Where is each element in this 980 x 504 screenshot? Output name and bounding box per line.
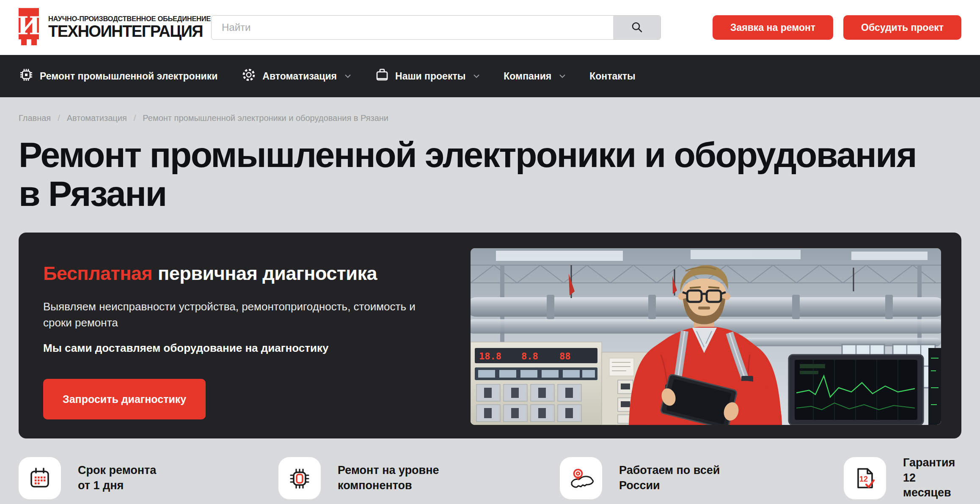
chevron-down-icon	[473, 74, 480, 78]
feature-text: Ремонт на уровнекомпонентов	[338, 463, 439, 493]
main-nav: Ремонт промышленной электроники Автомати…	[0, 55, 980, 97]
warranty-12-icon: 12	[844, 457, 886, 499]
portfolio-icon	[375, 68, 389, 85]
header: И НАУЧНО-ПРОИЗВОДСТВЕННОЕ ОБЬЕДИНЕНИЕ ТЕ…	[0, 0, 980, 55]
feature-component-level: Ремонт на уровнекомпонентов	[278, 455, 560, 501]
feature-all-russia: Работаем по всейРоссии	[560, 455, 844, 501]
hero-image: 18.88.888	[471, 248, 941, 425]
page-title-line-1: Ремонт промышленной электроники и оборуд…	[19, 136, 961, 175]
hero-title-rest: первичная диагностика	[158, 263, 377, 284]
feature-repair-term: Срок ремонтаот 1 дня	[19, 455, 278, 501]
chip-icon	[278, 457, 321, 499]
svg-text:8.8: 8.8	[521, 351, 538, 362]
chevron-down-icon	[559, 74, 566, 78]
nav-item-label: Контакты	[589, 71, 635, 82]
feature-text: Гарантия12 месяцев	[903, 455, 961, 501]
svg-text:12: 12	[859, 475, 868, 483]
repair-request-button[interactable]: Заявка на ремонт	[713, 15, 833, 40]
logo-subtitle: НАУЧНО-ПРОИЗВОДСТВЕННОЕ ОБЬЕДИНЕНИЕ	[48, 15, 211, 23]
nav-item-company[interactable]: Компания	[504, 71, 566, 82]
logo-title: ТЕХНОИНТЕГРАЦИЯ	[48, 23, 211, 40]
nav-item-label: Ремонт промышленной электроники	[40, 71, 217, 82]
russia-map-pin-icon	[560, 457, 602, 499]
breadcrumb: Главная / Автоматизация / Ремонт промышл…	[0, 97, 980, 123]
nav-item-label: Компания	[504, 71, 551, 82]
svg-text:88: 88	[559, 351, 571, 362]
breadcrumb-separator: /	[134, 113, 136, 123]
request-diagnostics-button[interactable]: Запросить диагностику	[43, 379, 206, 419]
nav-item-label: Автоматизация	[262, 71, 337, 82]
gear-icon	[241, 67, 256, 85]
breadcrumb-separator: /	[58, 113, 60, 123]
search-button[interactable]	[613, 16, 661, 39]
nav-item-projects[interactable]: Наши проекты	[375, 68, 480, 85]
discuss-project-button[interactable]: Обсудить проект	[843, 15, 961, 40]
feature-warranty: 12 Гарантия12 месяцев	[844, 455, 961, 501]
search-bar	[211, 15, 661, 40]
chevron-down-icon	[344, 74, 351, 78]
breadcrumb-current: Ремонт промышленной электроники и оборуд…	[143, 113, 388, 123]
hero-title-accent: Бесплатная	[43, 263, 152, 284]
nav-item-automation[interactable]: Автоматизация	[241, 67, 351, 85]
svg-text:И: И	[19, 11, 40, 40]
page-title: Ремонт промышленной электроники и оборуд…	[19, 136, 961, 213]
nav-item-label: Наши проекты	[395, 71, 465, 82]
features-row: Срок ремонтаот 1 дня Ремонт на уровнеко	[19, 455, 961, 501]
page-title-line-2: в Рязани	[19, 175, 961, 214]
hero-description: Выявляем неисправности устройства, ремон…	[43, 299, 445, 331]
calendar-icon	[19, 457, 61, 499]
page: И НАУЧНО-ПРОИЗВОДСТВЕННОЕ ОБЬЕДИНЕНИЕ ТЕ…	[0, 0, 980, 504]
search-input[interactable]	[212, 16, 613, 39]
nav-item-contacts[interactable]: Контакты	[589, 71, 635, 82]
svg-text:18.8: 18.8	[479, 351, 501, 362]
breadcrumb-home[interactable]: Главная	[19, 113, 51, 123]
header-actions: Заявка на ремонт Обсудить проект	[713, 15, 961, 40]
logo-mark-icon: И	[19, 6, 41, 49]
diagnostics-hero-card: Бесплатнаяпервичная диагностика Выявляем…	[19, 233, 961, 438]
logo[interactable]: И НАУЧНО-ПРОИЗВОДСТВЕННОЕ ОБЬЕДИНЕНИЕ ТЕ…	[19, 6, 211, 49]
nav-item-electronics-repair[interactable]: Ремонт промышленной электроники	[19, 67, 217, 85]
breadcrumb-automation[interactable]: Автоматизация	[67, 113, 127, 123]
logo-text: НАУЧНО-ПРОИЗВОДСТВЕННОЕ ОБЬЕДИНЕНИЕ ТЕХН…	[48, 15, 211, 40]
feature-text: Срок ремонтаот 1 дня	[78, 463, 156, 493]
search-icon	[630, 21, 643, 35]
chip-icon	[19, 67, 34, 85]
feature-text: Работаем по всейРоссии	[619, 463, 720, 493]
